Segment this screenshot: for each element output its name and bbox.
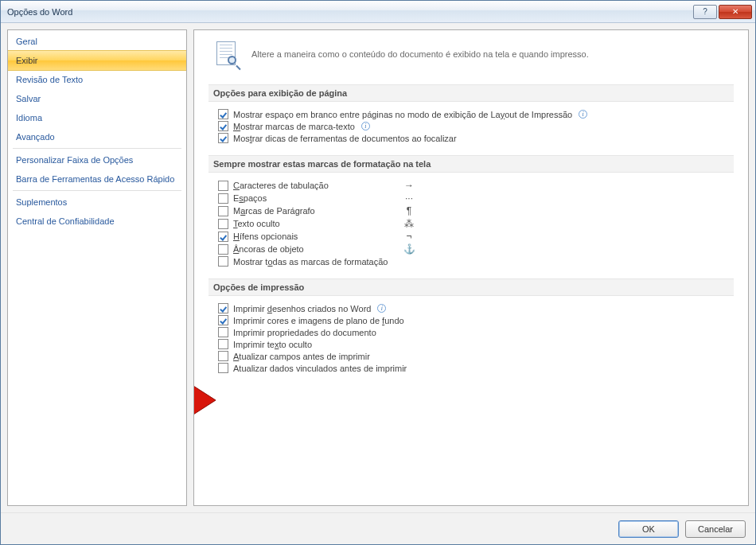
sidebar-item-exibir[interactable]: Exibir bbox=[8, 50, 186, 71]
sidebar-item-geral[interactable]: Geral bbox=[8, 32, 186, 51]
option-row: Hífens opcionais¬ bbox=[208, 230, 734, 243]
option-row: Mostrar dicas de ferramentas de document… bbox=[208, 132, 734, 144]
checkbox[interactable] bbox=[218, 315, 228, 325]
section-formatting: Caracteres de tabulação→Espaços···Marcas… bbox=[208, 179, 734, 267]
option-row: Mostrar todas as marcas de formatação bbox=[208, 255, 734, 267]
option-row: Imprimir desenhos criados no Wordi bbox=[208, 302, 734, 314]
callout-arrow-icon bbox=[193, 386, 216, 415]
checkbox[interactable] bbox=[218, 351, 228, 361]
options-dialog: Opções do Word ? ✕ Geral Exibir Revisão … bbox=[0, 0, 756, 545]
info-icon[interactable]: i bbox=[361, 122, 370, 130]
checkbox-label: Texto oculto bbox=[233, 219, 392, 228]
checkbox-label: Imprimir cores e imagens de plano de fun… bbox=[233, 316, 404, 325]
sidebar-item-avancado[interactable]: Avançado bbox=[8, 127, 186, 146]
checkbox-label: Marcas de Parágrafo bbox=[233, 206, 392, 216]
section-page-display: Mostrar espaço em branco entre páginas n… bbox=[208, 108, 734, 144]
checkbox[interactable] bbox=[218, 133, 228, 143]
titlebar: Opções do Word ? ✕ bbox=[1, 1, 755, 23]
option-row: Imprimir texto oculto bbox=[208, 338, 734, 350]
option-row: Caracteres de tabulação→ bbox=[208, 179, 734, 192]
section-page-display-title: Opções para exibição de página bbox=[208, 84, 734, 102]
info-icon[interactable]: i bbox=[579, 110, 587, 119]
format-symbol: → bbox=[403, 180, 415, 191]
checkbox[interactable] bbox=[218, 206, 228, 216]
option-row: Mostrar marcas de marca-textoi bbox=[208, 120, 734, 132]
checkbox-label: Imprimir propriedades do documento bbox=[233, 328, 376, 337]
checkbox[interactable] bbox=[218, 339, 228, 349]
close-button[interactable]: ✕ bbox=[719, 5, 752, 19]
checkbox-label: Mostrar marcas de marca-texto bbox=[233, 122, 355, 131]
sidebar-item-idioma[interactable]: Idioma bbox=[8, 108, 186, 127]
option-row: Espaços··· bbox=[208, 192, 734, 204]
sidebar-separator bbox=[13, 148, 181, 149]
document-magnifier-icon bbox=[215, 40, 240, 68]
checkbox-label: Caracteres de tabulação bbox=[233, 181, 392, 190]
checkbox[interactable] bbox=[218, 121, 228, 131]
checkbox-label: Imprimir desenhos criados no Word bbox=[233, 304, 371, 313]
panel-header: Altere a maneira como o conteúdo do docu… bbox=[215, 40, 734, 68]
window-title: Opções do Word bbox=[7, 7, 693, 17]
sidebar-item-personalizar-faixa[interactable]: Personalizar Faixa de Opções bbox=[8, 150, 186, 169]
checkbox-label: Hífens opcionais bbox=[233, 232, 392, 241]
window-buttons: ? ✕ bbox=[693, 5, 752, 19]
format-symbol: ¬ bbox=[403, 231, 415, 242]
checkbox-label: Mostrar espaço em branco entre páginas n… bbox=[233, 110, 572, 119]
checkbox[interactable] bbox=[218, 109, 228, 119]
help-button[interactable]: ? bbox=[693, 5, 717, 19]
dialog-body: Geral Exibir Revisão de Texto Salvar Idi… bbox=[1, 23, 755, 512]
format-symbol: ⚓ bbox=[403, 243, 415, 255]
checkbox[interactable] bbox=[218, 181, 228, 191]
option-row: Atualizar dados vinculados antes de impr… bbox=[208, 362, 734, 374]
option-row: Âncoras de objeto⚓ bbox=[208, 243, 734, 255]
sidebar-item-revisao[interactable]: Revisão de Texto bbox=[8, 70, 186, 89]
option-row: Imprimir propriedades do documento bbox=[208, 326, 734, 338]
checkbox-label: Mostrar dicas de ferramentas de document… bbox=[233, 134, 457, 143]
checkbox[interactable] bbox=[218, 363, 228, 373]
checkbox[interactable] bbox=[218, 219, 228, 229]
sidebar-item-suplementos[interactable]: Suplementos bbox=[8, 193, 186, 212]
content-panel: Altere a maneira como o conteúdo do docu… bbox=[193, 29, 749, 506]
sidebar-item-confiabilidade[interactable]: Central de Confiabilidade bbox=[8, 212, 186, 231]
cancel-button[interactable]: Cancelar bbox=[685, 520, 746, 538]
checkbox[interactable] bbox=[218, 256, 228, 267]
checkbox[interactable] bbox=[218, 303, 228, 313]
category-sidebar: Geral Exibir Revisão de Texto Salvar Idi… bbox=[7, 29, 187, 506]
checkbox[interactable] bbox=[218, 244, 228, 255]
option-row: Mostrar espaço em branco entre páginas n… bbox=[208, 108, 734, 120]
checkbox-label: Âncoras de objeto bbox=[233, 244, 392, 254]
format-symbol: ⁂ bbox=[403, 218, 415, 229]
panel-header-text: Altere a maneira como o conteúdo do docu… bbox=[251, 49, 589, 59]
checkbox-label: Atualizar dados vinculados antes de impr… bbox=[233, 364, 407, 373]
section-formatting-title: Sempre mostrar estas marcas de formataçã… bbox=[208, 155, 734, 173]
checkbox-label: Espaços bbox=[233, 193, 392, 203]
checkbox[interactable] bbox=[218, 232, 228, 242]
checkbox[interactable] bbox=[218, 327, 228, 337]
sidebar-item-salvar[interactable]: Salvar bbox=[8, 89, 186, 108]
checkbox[interactable] bbox=[218, 193, 228, 204]
section-printing-title: Opções de impressão bbox=[208, 278, 734, 296]
section-printing: Imprimir desenhos criados no WordiImprim… bbox=[208, 302, 734, 374]
option-row: Marcas de Parágrafo¶ bbox=[208, 204, 734, 217]
checkbox-label: Imprimir texto oculto bbox=[233, 340, 312, 349]
svg-marker-0 bbox=[193, 386, 216, 415]
checkbox-label: Mostrar todas as marcas de formatação bbox=[233, 257, 392, 267]
format-symbol: ¶ bbox=[403, 205, 415, 216]
checkbox-label: Atualizar campos antes de imprimir bbox=[233, 352, 370, 361]
info-icon[interactable]: i bbox=[377, 304, 386, 313]
option-row: Texto oculto⁂ bbox=[208, 217, 734, 230]
option-row: Atualizar campos antes de imprimir bbox=[208, 350, 734, 362]
sidebar-item-barra-acesso-rapido[interactable]: Barra de Ferramentas de Acesso Rápido bbox=[8, 169, 186, 189]
option-row: Imprimir cores e imagens de plano de fun… bbox=[208, 314, 734, 326]
sidebar-separator bbox=[13, 190, 181, 191]
dialog-footer: OK Cancelar bbox=[1, 512, 755, 544]
format-symbol: ··· bbox=[403, 193, 415, 204]
ok-button[interactable]: OK bbox=[618, 520, 679, 538]
